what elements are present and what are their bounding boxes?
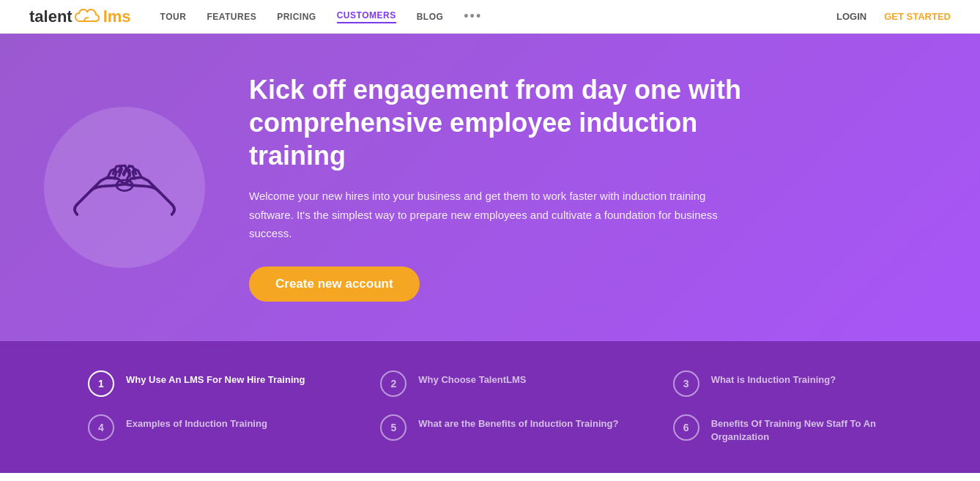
handshake-icon (70, 143, 179, 231)
logo-talent: talent (29, 7, 73, 26)
toc-label-6: Benefits Of Training New Staff To An Org… (711, 414, 921, 444)
toc-number-4: 4 (88, 414, 114, 441)
nav-pricing[interactable]: PRICING (277, 12, 316, 22)
logo[interactable]: talent lms (29, 7, 131, 26)
hero-content: Kick off engagement from day one with co… (249, 73, 762, 302)
toc-label-3: What is Induction Training? (711, 370, 836, 387)
nav-right: LOGIN GET STARTED (836, 11, 951, 22)
toc-grid: 1 Why Use An LMS For New Hire Training 2… (88, 370, 921, 444)
toc-label-2: Why Choose TalentLMS (418, 370, 526, 387)
hero-title: Kick off engagement from day one with co… (249, 73, 762, 172)
toc-label-5: What are the Benefits of Induction Train… (418, 414, 618, 430)
toc-section: 1 Why Use An LMS For New Hire Training 2… (0, 341, 980, 473)
hero-illustration (44, 107, 205, 268)
hero-section: Kick off engagement from day one with co… (0, 34, 980, 341)
toc-number-3: 3 (673, 370, 699, 397)
toc-item-3[interactable]: 3 What is Induction Training? (673, 370, 921, 397)
toc-label-4: Examples of Induction Training (126, 414, 267, 430)
logo-lms: lms (103, 7, 131, 26)
toc-number-1: 1 (88, 370, 114, 397)
toc-item-4[interactable]: 4 Examples of Induction Training (88, 414, 336, 444)
login-button[interactable]: LOGIN (836, 11, 866, 22)
toc-item-6[interactable]: 6 Benefits Of Training New Staff To An O… (673, 414, 921, 444)
toc-number-2: 2 (380, 370, 407, 397)
get-started-button[interactable]: GET STARTED (884, 11, 951, 22)
toc-number-5: 5 (380, 414, 407, 441)
nav-more-icon[interactable]: ••• (464, 9, 482, 24)
nav-blog[interactable]: BLOG (417, 12, 444, 22)
toc-item-1[interactable]: 1 Why Use An LMS For New Hire Training (88, 370, 336, 397)
hero-subtitle: Welcome your new hires into your busines… (249, 187, 718, 243)
nav-features[interactable]: FEATURES (207, 12, 256, 22)
nav-customers[interactable]: CUSTOMERS (337, 10, 396, 23)
create-account-button[interactable]: Create new account (249, 266, 420, 302)
nav-links: TOUR FEATURES PRICING CUSTOMERS BLOG ••• (160, 9, 836, 24)
navbar: talent lms TOUR FEATURES PRICING CUSTOME… (0, 0, 980, 34)
toc-item-5[interactable]: 5 What are the Benefits of Induction Tra… (380, 414, 628, 444)
logo-cloud-icon (74, 8, 102, 26)
nav-tour[interactable]: TOUR (160, 12, 187, 22)
toc-label-1: Why Use An LMS For New Hire Training (126, 370, 305, 387)
toc-item-2[interactable]: 2 Why Choose TalentLMS (380, 370, 628, 397)
toc-number-6: 6 (673, 414, 699, 441)
